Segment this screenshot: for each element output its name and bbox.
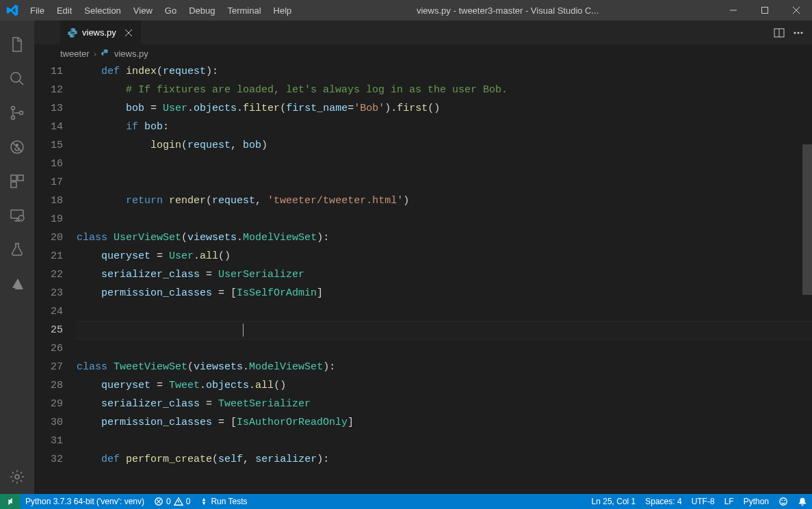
test-icon[interactable]: [0, 233, 34, 267]
search-icon[interactable]: [0, 62, 34, 96]
close-button[interactable]: [781, 0, 812, 21]
menu-edit[interactable]: Edit: [51, 0, 78, 21]
svg-point-15: [798, 31, 800, 34]
chevron-right-icon: ›: [94, 49, 96, 59]
maximize-button[interactable]: [749, 0, 781, 21]
line-number: 13: [34, 99, 63, 118]
code-content[interactable]: def index(request): # If fixtures are lo…: [77, 62, 812, 494]
svg-point-14: [794, 31, 796, 34]
minimize-button[interactable]: [718, 0, 749, 21]
line-number: 28: [34, 376, 63, 395]
svg-rect-0: [762, 8, 768, 14]
eol[interactable]: LF: [720, 494, 739, 509]
line-number: 25: [34, 321, 63, 339]
code-line[interactable]: [77, 432, 812, 450]
menu-terminal[interactable]: Terminal: [221, 0, 267, 21]
line-number: 21: [34, 247, 63, 265]
code-line[interactable]: login(request, bob): [77, 136, 812, 155]
menu-debug[interactable]: Debug: [183, 0, 221, 21]
breadcrumb-folder[interactable]: tweeter: [60, 49, 90, 59]
line-number: 24: [34, 302, 63, 321]
code-line[interactable]: bob = User.objects.filter(first_name='Bo…: [77, 99, 812, 118]
python-interpreter[interactable]: Python 3.7.3 64-bit ('venv': venv): [21, 494, 149, 509]
svg-point-4: [20, 112, 23, 115]
code-line[interactable]: return render(request, 'tweeter/tweeter.…: [77, 192, 812, 210]
python-file-icon: [67, 27, 78, 38]
menu-help[interactable]: Help: [267, 0, 298, 21]
line-number: 32: [34, 450, 63, 469]
debug-icon[interactable]: [0, 130, 34, 164]
activity-bar: [0, 21, 34, 494]
indentation[interactable]: Spaces: 4: [640, 494, 686, 509]
svg-rect-8: [18, 175, 23, 181]
svg-point-6: [16, 144, 18, 146]
svg-point-2: [12, 107, 15, 110]
line-number: 30: [34, 413, 63, 432]
line-numbers-gutter: 1112131415161718192021222324252627282930…: [34, 62, 77, 494]
menu-go[interactable]: Go: [159, 0, 183, 21]
code-line[interactable]: # If fixtures are loaded, let's always l…: [77, 81, 812, 99]
feedback-icon[interactable]: [774, 494, 793, 509]
svg-point-20: [784, 499, 785, 501]
menu-view[interactable]: View: [127, 0, 159, 21]
run-tests[interactable]: Run Tests: [195, 494, 252, 509]
line-number: 17: [34, 173, 63, 192]
code-line[interactable]: permission_classes = [IsAuthorOrReadOnly…: [77, 413, 812, 432]
encoding[interactable]: UTF-8: [687, 494, 720, 509]
breadcrumbs[interactable]: tweeter › views.py: [34, 44, 812, 62]
statusbar: Python 3.7.3 64-bit ('venv': venv) 0 0 R…: [0, 494, 812, 509]
code-line[interactable]: [77, 339, 812, 358]
line-number: 18: [34, 192, 63, 210]
line-number: 16: [34, 155, 63, 173]
line-number: 15: [34, 136, 63, 155]
code-editor[interactable]: 1112131415161718192021222324252627282930…: [34, 62, 812, 494]
code-line[interactable]: [77, 173, 812, 192]
code-line[interactable]: class UserViewSet(viewsets.ModelViewSet)…: [77, 229, 812, 247]
cursor-position[interactable]: Ln 25, Col 1: [587, 494, 641, 509]
svg-point-3: [12, 116, 15, 120]
azure-icon[interactable]: [0, 267, 34, 301]
menu-selection[interactable]: Selection: [78, 0, 127, 21]
run-tests-label: Run Tests: [211, 497, 247, 506]
code-line[interactable]: queryset = Tweet.objects.all(): [77, 376, 812, 395]
tab-views-py[interactable]: views.py: [60, 21, 142, 44]
more-actions-icon[interactable]: [793, 27, 804, 38]
problems-indicator[interactable]: 0 0: [149, 494, 195, 509]
code-line[interactable]: queryset = User.all(): [77, 247, 812, 265]
source-control-icon[interactable]: [0, 96, 34, 130]
line-number: 20: [34, 229, 63, 247]
code-line[interactable]: serializer_class = UserSerializer: [77, 265, 812, 284]
tab-close-icon[interactable]: [123, 27, 134, 38]
extensions-icon[interactable]: [0, 164, 34, 198]
split-editor-icon[interactable]: [774, 27, 785, 38]
code-line[interactable]: [77, 321, 812, 339]
svg-point-18: [780, 498, 787, 506]
language-mode[interactable]: Python: [739, 494, 774, 509]
code-line[interactable]: class TweetViewSet(viewsets.ModelViewSet…: [77, 358, 812, 376]
remote-indicator[interactable]: [0, 494, 21, 509]
line-number: 27: [34, 358, 63, 376]
breadcrumb-file[interactable]: views.py: [114, 49, 148, 59]
code-line[interactable]: [77, 155, 812, 173]
svg-point-19: [781, 499, 783, 501]
line-number: 26: [34, 339, 63, 358]
code-line[interactable]: [77, 302, 812, 321]
code-line[interactable]: def index(request):: [77, 62, 812, 81]
remote-explorer-icon[interactable]: [0, 198, 34, 233]
error-count: 0: [166, 497, 171, 506]
svg-point-12: [15, 475, 19, 479]
menu-file[interactable]: File: [24, 0, 51, 21]
explorer-icon[interactable]: [0, 27, 34, 62]
tab-label: views.py: [82, 27, 116, 38]
code-line[interactable]: def perform_create(self, serializer):: [77, 450, 812, 469]
code-line[interactable]: permission_classes = [IsSelfOrAdmin]: [77, 284, 812, 302]
code-line[interactable]: [77, 210, 812, 229]
notifications-icon[interactable]: [793, 494, 812, 509]
python-file-icon: [101, 49, 110, 58]
line-number: 19: [34, 210, 63, 229]
settings-gear-icon[interactable]: [0, 460, 34, 494]
line-number: 22: [34, 265, 63, 284]
code-line[interactable]: serializer_class = TweetSerializer: [77, 395, 812, 413]
code-line[interactable]: if bob:: [77, 118, 812, 136]
vscode-logo-icon: [0, 4, 24, 16]
